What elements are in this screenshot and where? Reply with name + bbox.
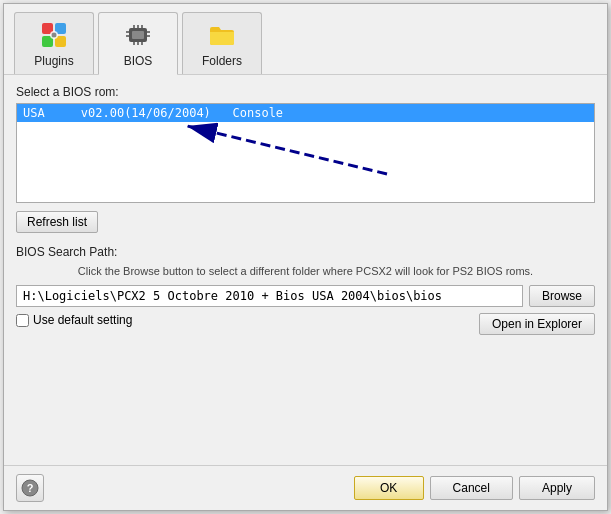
svg-rect-10 bbox=[147, 31, 150, 33]
bios-item[interactable]: USA v02.00(14/06/2004) Console bbox=[17, 104, 594, 122]
help-button[interactable]: ? bbox=[16, 474, 44, 502]
main-content: Select a BIOS rom: USA v02.00(14/06/2004… bbox=[4, 75, 607, 465]
svg-rect-9 bbox=[126, 35, 129, 37]
apply-button[interactable]: Apply bbox=[519, 476, 595, 500]
svg-rect-14 bbox=[141, 25, 143, 28]
tab-folders[interactable]: Folders bbox=[182, 12, 262, 74]
svg-rect-17 bbox=[141, 42, 143, 45]
apply-label: Apply bbox=[542, 481, 572, 495]
svg-rect-11 bbox=[147, 35, 150, 37]
default-setting-row: Use default setting bbox=[16, 313, 479, 327]
tab-bios[interactable]: BIOS bbox=[98, 12, 178, 75]
svg-rect-15 bbox=[133, 42, 135, 45]
svg-point-5 bbox=[52, 33, 57, 38]
browse-label: Browse bbox=[542, 289, 582, 303]
refresh-button[interactable]: Refresh list bbox=[16, 211, 98, 233]
svg-rect-16 bbox=[137, 42, 139, 45]
svg-rect-12 bbox=[133, 25, 135, 28]
svg-text:?: ? bbox=[27, 482, 34, 494]
bios-item-text: USA v02.00(14/06/2004) Console bbox=[23, 106, 283, 120]
tab-plugins-label: Plugins bbox=[34, 54, 73, 68]
plugins-icon bbox=[38, 19, 70, 51]
open-explorer-button[interactable]: Open in Explorer bbox=[479, 313, 595, 335]
ok-label: OK bbox=[380, 481, 397, 495]
ok-button[interactable]: OK bbox=[354, 476, 424, 500]
search-path-label: BIOS Search Path: bbox=[16, 245, 595, 259]
cancel-label: Cancel bbox=[453, 481, 490, 495]
help-icon: ? bbox=[21, 479, 39, 497]
default-setting-checkbox[interactable] bbox=[16, 314, 29, 327]
bios-icon bbox=[122, 19, 154, 51]
bios-section-label: Select a BIOS rom: bbox=[16, 85, 595, 99]
bios-path-input[interactable] bbox=[16, 285, 523, 307]
default-setting-label[interactable]: Use default setting bbox=[33, 313, 132, 327]
svg-line-19 bbox=[187, 126, 387, 174]
tab-bios-label: BIOS bbox=[124, 54, 153, 68]
search-path-hint: Click the Browse button to select a diff… bbox=[16, 264, 595, 279]
tab-folders-label: Folders bbox=[202, 54, 242, 68]
tab-bar: Plugins BIOS bbox=[4, 4, 607, 75]
dialog: Plugins BIOS bbox=[3, 3, 608, 511]
bottom-bar: ? OK Cancel Apply bbox=[4, 465, 607, 510]
path-row: Browse bbox=[16, 285, 595, 307]
svg-rect-13 bbox=[137, 25, 139, 28]
folders-icon bbox=[206, 19, 238, 51]
bios-list[interactable]: USA v02.00(14/06/2004) Console bbox=[16, 103, 595, 203]
tab-plugins[interactable]: Plugins bbox=[14, 12, 94, 74]
refresh-label: Refresh list bbox=[27, 215, 87, 229]
browse-button[interactable]: Browse bbox=[529, 285, 595, 307]
cancel-button[interactable]: Cancel bbox=[430, 476, 513, 500]
svg-rect-8 bbox=[126, 31, 129, 33]
explorer-label: Open in Explorer bbox=[492, 317, 582, 331]
svg-rect-7 bbox=[132, 31, 144, 39]
